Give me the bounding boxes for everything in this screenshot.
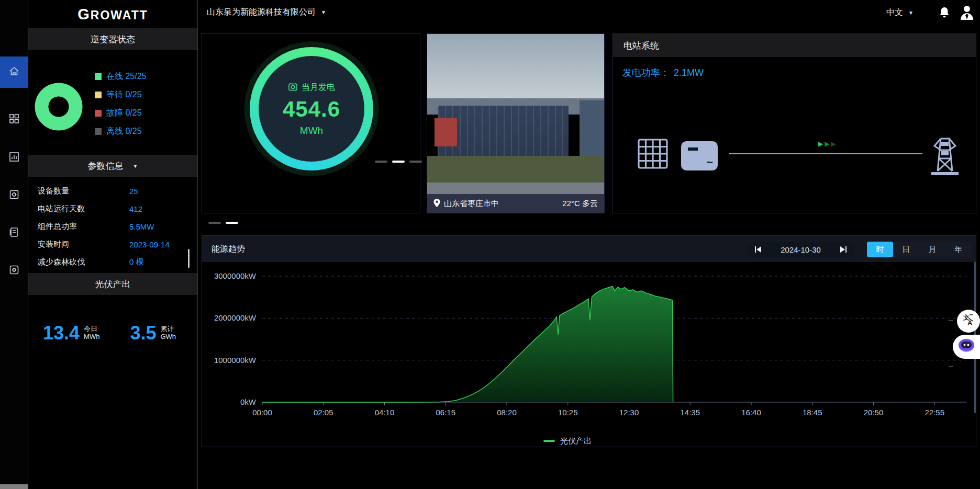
photo-sky <box>427 34 604 109</box>
params-scrollbar-thumb[interactable] <box>188 249 190 268</box>
nav-devices[interactable] <box>0 181 28 210</box>
translate-icon: 文A <box>962 313 975 329</box>
status-legend-item: 故障 0/25 <box>95 108 146 119</box>
inverter-ac-mark: ~ <box>706 156 713 169</box>
station-power-value: 2.1MW <box>674 67 704 78</box>
pager-dash[interactable] <box>208 222 221 224</box>
cards-carousel-pager[interactable] <box>208 222 238 224</box>
y-tick-label: 2000000kW <box>214 313 257 322</box>
energy-trend-panel: 能源趋势 2024-10-30 时日月年 0kW1000000kW2000000… <box>202 235 976 447</box>
pv-total-tag: 累计 <box>160 325 176 333</box>
param-value: 0 棵 <box>129 257 188 267</box>
tab-时[interactable]: 时 <box>867 242 893 257</box>
params-header[interactable]: 参数信息▼ <box>28 155 197 177</box>
pager-dash[interactable] <box>375 161 387 163</box>
user-avatar-icon[interactable] <box>959 4 975 23</box>
x-tick-label: 12:30 <box>619 408 639 417</box>
station-power: 发电功率：2.1MW <box>622 66 704 79</box>
apps-grid-icon <box>8 113 20 127</box>
nav-plants[interactable] <box>0 105 28 134</box>
pv-today-tag: 今日 <box>84 325 99 333</box>
x-tick-label: 04:10 <box>375 408 395 417</box>
x-tick-label: 08:20 <box>497 408 517 417</box>
power-flow-line <box>729 153 922 154</box>
param-value: 412 <box>129 204 188 213</box>
chevron-down-icon: ▼ <box>321 9 326 15</box>
float-dash <box>949 366 953 367</box>
status-color-swatch <box>95 110 102 117</box>
settings-box-icon <box>8 264 20 278</box>
translate-button[interactable]: 文A <box>957 310 980 333</box>
solar-panel-icon <box>637 138 669 172</box>
nav-rail <box>0 0 28 489</box>
photo-solar-roof <box>438 106 569 157</box>
station-system-header: 电站系统 <box>613 34 976 57</box>
next-day-icon[interactable] <box>839 245 848 254</box>
nav-home[interactable] <box>0 56 28 88</box>
document-list-icon <box>8 226 20 240</box>
tab-日[interactable]: 日 <box>893 242 919 257</box>
selected-date[interactable]: 2024-10-30 <box>781 245 821 254</box>
nav-reports[interactable] <box>0 143 28 173</box>
tab-年[interactable]: 年 <box>945 242 972 257</box>
nav-settings[interactable] <box>0 256 28 286</box>
nav-logs[interactable] <box>0 219 28 248</box>
legend-marker <box>543 440 555 442</box>
status-legend-text: 在线 25/25 <box>106 71 146 82</box>
x-tick-label: 20:50 <box>864 408 884 417</box>
param-label: 设备数量 <box>38 186 129 196</box>
energy-trend-header: 能源趋势 <box>202 236 976 262</box>
robot-assistant-icon <box>957 337 976 356</box>
company-selector[interactable]: 山东泉为新能源科技有限公司▼ <box>207 7 326 18</box>
x-tick-label: 14:35 <box>681 408 700 417</box>
home-icon <box>8 65 20 79</box>
param-row: 减少森林砍伐0 棵 <box>28 253 197 271</box>
bar-chart-icon <box>8 151 20 165</box>
inverter-status-legend: 在线 25/25等待 0/25故障 0/25离线 0/25 <box>95 71 146 137</box>
param-label: 电站运行天数 <box>38 204 129 214</box>
gauge-value: 454.6 <box>283 97 340 122</box>
energy-trend-chart: 0kW1000000kW2000000kW3000000kW00:0002:05… <box>202 262 977 448</box>
photo-weather: 22°C 多云 <box>562 199 598 209</box>
inverter-status-body: 在线 25/25等待 0/25故障 0/25离线 0/25 <box>28 50 197 155</box>
x-tick-label: 16:40 <box>741 408 761 417</box>
energy-trend-title: 能源趋势 <box>211 244 245 255</box>
photo-location: 山东省枣庄市中 <box>444 199 499 209</box>
generation-icon <box>288 82 298 94</box>
status-donut-chart <box>35 83 83 131</box>
trend-range-tabs: 时日月年 <box>867 242 972 257</box>
param-row: 电站运行天数412 <box>28 200 197 218</box>
x-tick-label: 22:55 <box>925 408 945 417</box>
legend-label: 光伏产出 <box>560 436 592 445</box>
pager-dash[interactable] <box>409 161 422 163</box>
photo-info-bar: 山东省枣庄市中 22°C 多云 <box>427 194 604 213</box>
station-system-card: 电站系统 发电功率：2.1MW ~ ▶▶▶ <box>612 33 976 213</box>
pager-dash-active[interactable] <box>392 161 405 163</box>
monthly-generation-card: 当月发电 454.6 MWh <box>202 33 420 213</box>
pager-dash-active[interactable] <box>226 222 238 224</box>
bell-icon[interactable] <box>938 6 951 22</box>
chevron-down-icon: ▼ <box>908 10 914 16</box>
pv-output-header: 光伏产出 <box>28 273 197 295</box>
x-tick-label: 06:15 <box>436 408 455 417</box>
language-selector[interactable]: 中文▼ <box>886 7 914 18</box>
gauge-carousel-pager[interactable] <box>375 161 422 163</box>
tab-月[interactable]: 月 <box>919 242 945 257</box>
param-row: 设备数量25 <box>28 182 197 200</box>
param-row: 组件总功率5.5MW <box>28 218 197 235</box>
y-tick-label: 0kW <box>240 397 257 406</box>
assistant-button[interactable] <box>953 335 980 359</box>
gauge-label: 当月发电 <box>302 82 335 93</box>
pv-today: 13.4 今日MWh <box>43 322 99 344</box>
plant-photo-card: 山东省枣庄市中 22°C 多云 <box>427 33 605 213</box>
inverter-icon: ~ <box>681 141 718 170</box>
param-value: 5.5MW <box>129 222 188 231</box>
status-color-swatch <box>95 73 102 80</box>
param-value: 2023-09-14 <box>129 240 188 249</box>
status-legend-item: 等待 0/25 <box>95 89 146 100</box>
growatt-logo: GROWATT <box>77 6 148 23</box>
location-pin-icon <box>433 199 440 209</box>
prev-day-icon[interactable] <box>754 245 762 254</box>
param-label: 组件总功率 <box>38 222 129 232</box>
status-legend-item: 离线 0/25 <box>95 126 146 137</box>
